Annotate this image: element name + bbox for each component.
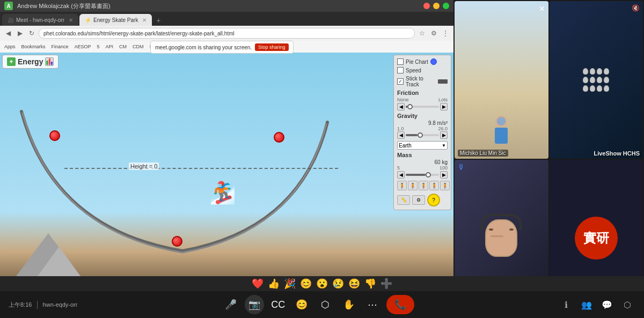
pie-chart-color — [430, 58, 437, 65]
bookmark-5[interactable]: 5 — [95, 43, 102, 50]
bookmark-bookmarks[interactable]: Bookmarks — [19, 43, 48, 50]
pie-chart-row: Pie Chart — [397, 58, 448, 65]
friction-decrease-btn[interactable]: ◀ — [397, 103, 405, 110]
activities-right-button[interactable]: ⬡ — [619, 297, 635, 313]
close-button[interactable] — [423, 3, 430, 9]
friction-slider-labels: None Lots — [397, 97, 448, 102]
add-energy-button[interactable]: + — [7, 57, 16, 66]
liveshow-scene — [550, 1, 643, 159]
reload-button[interactable]: ↻ — [27, 28, 36, 38]
emoji-surprised[interactable]: 😮 — [316, 278, 328, 290]
more-button[interactable]: ⋯ — [363, 295, 382, 314]
shiyuan-circle: 實研 — [575, 217, 618, 260]
pie-chart-label: Pie Chart — [406, 59, 428, 65]
extensions-button[interactable]: ⚙ — [429, 28, 438, 38]
friction-slider[interactable] — [406, 106, 439, 108]
minimize-button[interactable] — [433, 3, 440, 9]
emoji-thumbsup[interactable]: 👍 — [268, 278, 280, 290]
speed-row: Speed — [397, 67, 448, 73]
bookmark-aesop[interactable]: AESOP — [72, 43, 93, 50]
emoji-tada[interactable]: 🎉 — [284, 278, 296, 290]
controls-panel: Pie Chart Speed Stick to Track Friction — [393, 55, 451, 210]
mass-increase-btn[interactable]: ▶ — [440, 171, 448, 179]
pie-chart-checkbox[interactable] — [397, 58, 404, 65]
info-circle[interactable]: ? — [427, 194, 440, 206]
mass-slider[interactable] — [406, 174, 439, 176]
avatar-3[interactable]: 🧍 — [419, 181, 428, 190]
stick-track-checkbox[interactable] — [397, 78, 404, 85]
headphones-icon — [481, 214, 522, 230]
camera-button[interactable]: 📷 — [245, 295, 264, 314]
measure-icon[interactable]: 📏 — [397, 195, 410, 205]
menu-button[interactable]: ⋮ — [441, 28, 450, 38]
chat-button[interactable]: 💬 — [599, 297, 615, 313]
student-row-1 — [583, 68, 609, 75]
reactions-button[interactable]: 😊 — [292, 295, 311, 314]
friction-increase-btn[interactable]: ▶ — [440, 103, 448, 110]
stick-track-color — [438, 79, 448, 84]
emoji-plus[interactable]: ➕ — [380, 278, 392, 290]
mass-decrease-btn[interactable]: ◀ — [397, 171, 405, 179]
avatar-4[interactable]: 🧍 — [429, 181, 439, 190]
tab-meet[interactable]: 🎥 Meet - hwn-eqdy-orr ✕ — [2, 14, 78, 26]
bookmark-api[interactable]: API — [104, 43, 116, 50]
new-tab-button[interactable]: + — [153, 15, 164, 26]
tab-close-energy[interactable]: ✕ — [142, 17, 147, 23]
video-name-liveshow: LiveShow HCHS — [594, 150, 640, 157]
student-8 — [604, 77, 609, 83]
emoji-sad[interactable]: 😢 — [332, 278, 344, 290]
emoji-heart[interactable]: ❤️ — [252, 278, 264, 290]
student-2 — [590, 68, 595, 75]
info-button[interactable]: ℹ — [558, 297, 574, 313]
avatar-5[interactable]: 🧍 — [440, 181, 450, 190]
bookmark-cm[interactable]: CM — [117, 43, 129, 50]
gravity-decrease-btn[interactable]: ◀ — [397, 131, 405, 139]
main-screen: A Andrew Mikolajczak (分享螢幕畫面) 🎥 Meet - h… — [0, 0, 453, 318]
gravity-increase-btn[interactable]: ▶ — [440, 131, 448, 139]
captions-button[interactable]: CC — [268, 295, 288, 314]
settings-icon[interactable]: ⚙ — [412, 195, 425, 205]
gravity-value: 9.8 m/s² — [397, 120, 448, 126]
back-button[interactable]: ◀ — [3, 28, 13, 38]
avatar-1[interactable]: 🧍 — [397, 181, 407, 190]
stop-sharing-button[interactable]: Stop sharing — [255, 43, 289, 51]
student-5 — [583, 77, 588, 83]
bookmark-button[interactable]: ☆ — [417, 28, 427, 38]
student-6 — [590, 77, 595, 83]
emoji-smile[interactable]: 😊 — [300, 278, 312, 290]
app-icon: A — [4, 2, 13, 10]
forward-button[interactable]: ▶ — [15, 28, 25, 38]
track-dot-left — [49, 130, 60, 141]
avatar-grid: 🧍 🧍 🧍 🧍 🧍 — [397, 181, 448, 190]
url-bar[interactable]: phet.colorado.edu/sims/html/energy-skate… — [39, 28, 415, 39]
bookmark-cdm[interactable]: CDM — [130, 43, 146, 50]
tab-energy-skate-park[interactable]: ⚡ Energy Skate Park ✕ — [79, 14, 152, 26]
dropdown-arrow-icon: ▼ — [442, 143, 446, 148]
planet-dropdown[interactable]: Earth ▼ — [397, 141, 448, 150]
emoji-thumbsdown[interactable]: 👎 — [364, 278, 376, 290]
speed-checkbox[interactable] — [397, 67, 404, 73]
energy-chart-icon[interactable] — [45, 57, 54, 66]
activities-button[interactable]: ⬡ — [316, 295, 335, 314]
maximize-button[interactable] — [443, 3, 449, 9]
end-call-button[interactable]: 📞 — [386, 295, 414, 314]
student-12 — [604, 85, 609, 92]
student-11 — [597, 85, 602, 92]
avatar-2[interactable]: 🧍 — [408, 181, 418, 190]
time-display: 上午8:16 — [9, 301, 32, 309]
control-bar: 上午8:16 | hwn-eqdy-orr 🎤 📷 CC 😊 ⬡ ✋ ⋯ 📞 ℹ… — [0, 291, 644, 318]
mute-liveshow-icon[interactable]: 🔇 — [632, 4, 640, 12]
bookmark-apps[interactable]: Apps — [2, 43, 18, 50]
participants-button[interactable]: 👥 — [579, 297, 595, 313]
student-9 — [583, 85, 588, 92]
speed-label: Speed — [406, 68, 421, 73]
emoji-laugh[interactable]: 😆 — [348, 278, 360, 290]
mic-button[interactable]: 🎤 — [221, 295, 240, 314]
sharing-banner: meet.google.com is sharing your screen. … — [150, 41, 294, 54]
gravity-slider[interactable] — [406, 134, 439, 136]
tab-close-meet[interactable]: ✕ — [69, 17, 73, 23]
hand-raise-button[interactable]: ✋ — [339, 295, 358, 314]
bookmark-finance[interactable]: Finance — [49, 43, 71, 50]
student-row-3 — [583, 85, 609, 92]
close-video-icon[interactable]: ✕ — [539, 4, 545, 13]
